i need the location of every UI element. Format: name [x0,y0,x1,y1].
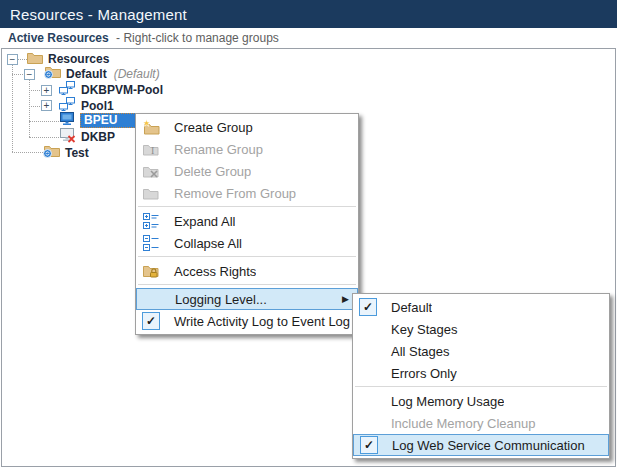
menu-item-remove-from-group[interactable]: Remove From Group [136,182,358,204]
checked-checkbox-icon: ✓ [359,298,377,316]
tree-connector-line [29,106,40,107]
menu-item-access-rights[interactable]: Access Rights [136,260,358,282]
create-group-icon [136,119,166,135]
tree-node-bpeu[interactable]: BPEU [59,113,142,128]
menu-item-rename-group[interactable]: I Rename Group [136,138,358,160]
expander-default[interactable]: − [24,69,35,80]
submenu-item-log-memory-usage[interactable]: Log Memory Usage [353,390,609,412]
tree-node-label: Default [66,67,107,81]
tree-connector-line [18,59,27,60]
submenu-item-key-stages[interactable]: Key Stages [353,318,609,340]
menu-separator [138,206,356,207]
menu-separator [138,256,356,257]
tree-connector-line [29,121,59,122]
machine-icon [59,112,75,129]
tree-node-resources[interactable]: Resources [27,51,109,66]
submenu-item-default[interactable]: ✓ Default [353,296,609,318]
right-click-hint: - Right-click to manage groups [116,31,279,45]
context-menu: Create Group I Rename Group Delete Group [135,113,359,335]
menu-item-expand-all[interactable]: Expand All [136,210,358,232]
tree-connector-line [12,74,23,75]
tree-node-label: Resources [48,52,109,66]
submenu-item-all-stages[interactable]: All Stages [353,340,609,362]
logging-level-submenu: ✓ Default Key Stages All Stages Errors O… [352,293,610,459]
menu-item-logging-level[interactable]: Logging Level... ▶ [136,288,358,310]
rename-group-icon: I [136,141,166,157]
menu-item-create-group[interactable]: Create Group [136,116,358,138]
tree-connector-line [12,152,43,153]
panel-caption: Active Resources - Right-click to manage… [8,31,279,45]
tree-node-pool1[interactable]: Pool1 [59,98,114,113]
collapse-all-icon [136,235,166,251]
folder-globe-icon [43,144,60,161]
tree-node-dkbpvm-pool[interactable]: DKBPVM-Pool [59,82,163,97]
expander-resources[interactable]: − [7,54,18,65]
submenu-item-errors-only[interactable]: Errors Only [353,362,609,384]
tree-connector-line [29,78,30,137]
submenu-item-log-web-service-communication[interactable]: ✓ Log Web Service Communication [353,434,609,456]
checked-checkbox-icon: ✓ [142,312,160,330]
submenu-item-include-memory-cleanup[interactable]: Include Memory Cleanup [353,412,609,434]
access-rights-icon [136,263,166,279]
menu-item-delete-group[interactable]: Delete Group [136,160,358,182]
tree-node-label: Test [65,146,89,160]
checked-checkbox-icon: ✓ [360,436,378,454]
expand-all-icon [136,213,166,229]
tree-node-label-selected: BPEU [80,113,142,128]
folder-icon [27,51,43,67]
window-header: Resources - Management [0,0,617,28]
tree-node-dkbp[interactable]: DKBP [59,129,115,144]
folder-globe-icon [44,65,61,82]
tree-node-label: DKBP [81,130,115,144]
menu-separator [355,386,607,387]
menu-item-collapse-all[interactable]: Collapse All [136,232,358,254]
tree-connector-line [12,62,13,152]
tree-node-label: DKBPVM-Pool [81,83,163,97]
expander-dkbpvm-pool[interactable]: + [41,85,52,96]
tree-connector-line [29,137,59,138]
delete-group-icon [136,163,166,179]
tree-node-default[interactable]: Default (Default) [44,66,160,81]
default-tag: (Default) [114,67,160,81]
menu-separator [138,284,356,285]
page-title: Resources - Management [0,6,187,23]
tree-node-label: Pool1 [81,99,114,113]
machine-offline-icon [59,128,76,146]
active-resources-label: Active Resources [8,31,109,45]
tree-connector-line [29,90,40,91]
menu-item-write-activity-log[interactable]: ✓ Write Activity Log to Event Log [136,310,358,332]
svg-text:I: I [151,145,154,156]
expander-pool1[interactable]: + [41,100,52,111]
remove-from-group-icon [136,185,166,201]
tree-node-test[interactable]: Test [43,145,89,160]
resources-management-window: Resources - Management Active Resources … [0,0,617,468]
